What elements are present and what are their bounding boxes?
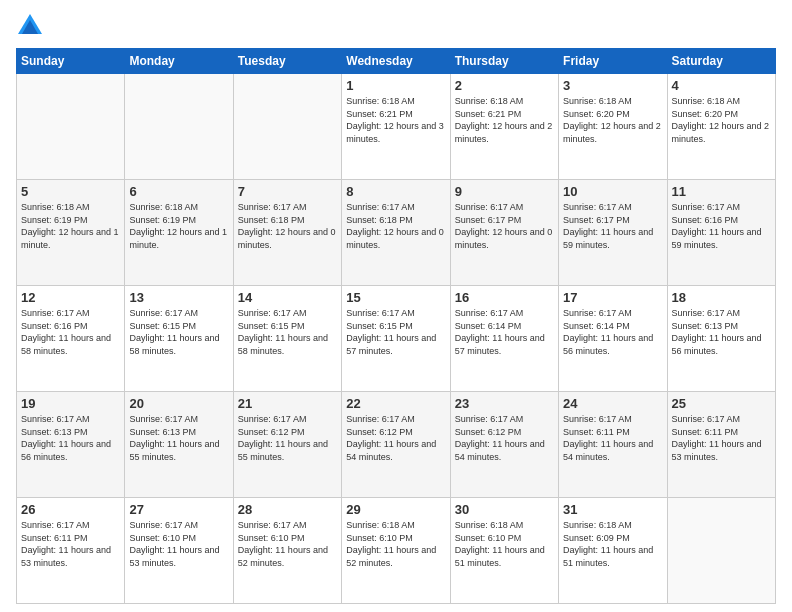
day-info: Sunrise: 6:17 AM Sunset: 6:14 PM Dayligh… <box>563 307 662 357</box>
col-header-tuesday: Tuesday <box>233 49 341 74</box>
day-number: 13 <box>129 290 228 305</box>
calendar-week-row: 26Sunrise: 6:17 AM Sunset: 6:11 PM Dayli… <box>17 498 776 604</box>
calendar-cell: 29Sunrise: 6:18 AM Sunset: 6:10 PM Dayli… <box>342 498 450 604</box>
day-number: 9 <box>455 184 554 199</box>
day-info: Sunrise: 6:18 AM Sunset: 6:10 PM Dayligh… <box>455 519 554 569</box>
day-info: Sunrise: 6:17 AM Sunset: 6:14 PM Dayligh… <box>455 307 554 357</box>
day-info: Sunrise: 6:17 AM Sunset: 6:13 PM Dayligh… <box>672 307 771 357</box>
calendar-cell: 30Sunrise: 6:18 AM Sunset: 6:10 PM Dayli… <box>450 498 558 604</box>
calendar-cell: 24Sunrise: 6:17 AM Sunset: 6:11 PM Dayli… <box>559 392 667 498</box>
col-header-thursday: Thursday <box>450 49 558 74</box>
calendar-cell: 7Sunrise: 6:17 AM Sunset: 6:18 PM Daylig… <box>233 180 341 286</box>
day-number: 27 <box>129 502 228 517</box>
calendar-cell: 6Sunrise: 6:18 AM Sunset: 6:19 PM Daylig… <box>125 180 233 286</box>
calendar-cell <box>17 74 125 180</box>
calendar-header-row: SundayMondayTuesdayWednesdayThursdayFrid… <box>17 49 776 74</box>
day-info: Sunrise: 6:17 AM Sunset: 6:11 PM Dayligh… <box>563 413 662 463</box>
day-info: Sunrise: 6:17 AM Sunset: 6:10 PM Dayligh… <box>129 519 228 569</box>
calendar-cell: 26Sunrise: 6:17 AM Sunset: 6:11 PM Dayli… <box>17 498 125 604</box>
calendar-cell: 5Sunrise: 6:18 AM Sunset: 6:19 PM Daylig… <box>17 180 125 286</box>
calendar-cell: 15Sunrise: 6:17 AM Sunset: 6:15 PM Dayli… <box>342 286 450 392</box>
day-number: 21 <box>238 396 337 411</box>
day-info: Sunrise: 6:17 AM Sunset: 6:10 PM Dayligh… <box>238 519 337 569</box>
day-info: Sunrise: 6:17 AM Sunset: 6:13 PM Dayligh… <box>21 413 120 463</box>
calendar-cell: 21Sunrise: 6:17 AM Sunset: 6:12 PM Dayli… <box>233 392 341 498</box>
calendar-cell: 31Sunrise: 6:18 AM Sunset: 6:09 PM Dayli… <box>559 498 667 604</box>
day-info: Sunrise: 6:18 AM Sunset: 6:19 PM Dayligh… <box>21 201 120 251</box>
day-info: Sunrise: 6:17 AM Sunset: 6:12 PM Dayligh… <box>346 413 445 463</box>
page: SundayMondayTuesdayWednesdayThursdayFrid… <box>0 0 792 612</box>
day-number: 3 <box>563 78 662 93</box>
day-info: Sunrise: 6:17 AM Sunset: 6:12 PM Dayligh… <box>455 413 554 463</box>
day-info: Sunrise: 6:18 AM Sunset: 6:21 PM Dayligh… <box>455 95 554 145</box>
day-info: Sunrise: 6:18 AM Sunset: 6:10 PM Dayligh… <box>346 519 445 569</box>
calendar-cell: 4Sunrise: 6:18 AM Sunset: 6:20 PM Daylig… <box>667 74 775 180</box>
calendar-cell: 8Sunrise: 6:17 AM Sunset: 6:18 PM Daylig… <box>342 180 450 286</box>
day-info: Sunrise: 6:18 AM Sunset: 6:20 PM Dayligh… <box>672 95 771 145</box>
day-number: 15 <box>346 290 445 305</box>
calendar-week-row: 19Sunrise: 6:17 AM Sunset: 6:13 PM Dayli… <box>17 392 776 498</box>
col-header-saturday: Saturday <box>667 49 775 74</box>
day-number: 25 <box>672 396 771 411</box>
day-number: 30 <box>455 502 554 517</box>
day-number: 7 <box>238 184 337 199</box>
day-number: 31 <box>563 502 662 517</box>
day-info: Sunrise: 6:18 AM Sunset: 6:19 PM Dayligh… <box>129 201 228 251</box>
calendar-cell: 1Sunrise: 6:18 AM Sunset: 6:21 PM Daylig… <box>342 74 450 180</box>
day-number: 19 <box>21 396 120 411</box>
day-info: Sunrise: 6:17 AM Sunset: 6:13 PM Dayligh… <box>129 413 228 463</box>
day-info: Sunrise: 6:17 AM Sunset: 6:16 PM Dayligh… <box>21 307 120 357</box>
calendar-cell <box>125 74 233 180</box>
day-number: 12 <box>21 290 120 305</box>
day-info: Sunrise: 6:17 AM Sunset: 6:15 PM Dayligh… <box>238 307 337 357</box>
calendar-week-row: 12Sunrise: 6:17 AM Sunset: 6:16 PM Dayli… <box>17 286 776 392</box>
calendar-cell: 22Sunrise: 6:17 AM Sunset: 6:12 PM Dayli… <box>342 392 450 498</box>
day-info: Sunrise: 6:17 AM Sunset: 6:18 PM Dayligh… <box>346 201 445 251</box>
calendar-cell <box>667 498 775 604</box>
day-info: Sunrise: 6:18 AM Sunset: 6:09 PM Dayligh… <box>563 519 662 569</box>
calendar-cell: 23Sunrise: 6:17 AM Sunset: 6:12 PM Dayli… <box>450 392 558 498</box>
calendar-cell: 12Sunrise: 6:17 AM Sunset: 6:16 PM Dayli… <box>17 286 125 392</box>
calendar-cell: 17Sunrise: 6:17 AM Sunset: 6:14 PM Dayli… <box>559 286 667 392</box>
calendar-week-row: 1Sunrise: 6:18 AM Sunset: 6:21 PM Daylig… <box>17 74 776 180</box>
day-number: 16 <box>455 290 554 305</box>
day-number: 11 <box>672 184 771 199</box>
day-info: Sunrise: 6:17 AM Sunset: 6:15 PM Dayligh… <box>346 307 445 357</box>
col-header-monday: Monday <box>125 49 233 74</box>
day-number: 29 <box>346 502 445 517</box>
day-number: 2 <box>455 78 554 93</box>
day-info: Sunrise: 6:17 AM Sunset: 6:12 PM Dayligh… <box>238 413 337 463</box>
calendar-cell: 27Sunrise: 6:17 AM Sunset: 6:10 PM Dayli… <box>125 498 233 604</box>
day-number: 24 <box>563 396 662 411</box>
logo <box>16 12 48 40</box>
day-number: 23 <box>455 396 554 411</box>
day-number: 10 <box>563 184 662 199</box>
calendar-cell: 16Sunrise: 6:17 AM Sunset: 6:14 PM Dayli… <box>450 286 558 392</box>
day-info: Sunrise: 6:17 AM Sunset: 6:16 PM Dayligh… <box>672 201 771 251</box>
day-info: Sunrise: 6:17 AM Sunset: 6:15 PM Dayligh… <box>129 307 228 357</box>
logo-icon <box>16 12 44 40</box>
calendar-cell: 25Sunrise: 6:17 AM Sunset: 6:11 PM Dayli… <box>667 392 775 498</box>
day-info: Sunrise: 6:18 AM Sunset: 6:20 PM Dayligh… <box>563 95 662 145</box>
col-header-wednesday: Wednesday <box>342 49 450 74</box>
day-info: Sunrise: 6:17 AM Sunset: 6:17 PM Dayligh… <box>455 201 554 251</box>
calendar-week-row: 5Sunrise: 6:18 AM Sunset: 6:19 PM Daylig… <box>17 180 776 286</box>
calendar-cell: 10Sunrise: 6:17 AM Sunset: 6:17 PM Dayli… <box>559 180 667 286</box>
day-info: Sunrise: 6:17 AM Sunset: 6:17 PM Dayligh… <box>563 201 662 251</box>
calendar-cell: 3Sunrise: 6:18 AM Sunset: 6:20 PM Daylig… <box>559 74 667 180</box>
day-info: Sunrise: 6:17 AM Sunset: 6:18 PM Dayligh… <box>238 201 337 251</box>
col-header-friday: Friday <box>559 49 667 74</box>
calendar-cell: 2Sunrise: 6:18 AM Sunset: 6:21 PM Daylig… <box>450 74 558 180</box>
day-info: Sunrise: 6:17 AM Sunset: 6:11 PM Dayligh… <box>672 413 771 463</box>
day-number: 5 <box>21 184 120 199</box>
day-number: 18 <box>672 290 771 305</box>
calendar-cell: 9Sunrise: 6:17 AM Sunset: 6:17 PM Daylig… <box>450 180 558 286</box>
calendar-cell: 11Sunrise: 6:17 AM Sunset: 6:16 PM Dayli… <box>667 180 775 286</box>
day-number: 14 <box>238 290 337 305</box>
calendar-cell: 14Sunrise: 6:17 AM Sunset: 6:15 PM Dayli… <box>233 286 341 392</box>
day-number: 20 <box>129 396 228 411</box>
calendar-cell: 28Sunrise: 6:17 AM Sunset: 6:10 PM Dayli… <box>233 498 341 604</box>
day-number: 26 <box>21 502 120 517</box>
calendar-table: SundayMondayTuesdayWednesdayThursdayFrid… <box>16 48 776 604</box>
day-number: 17 <box>563 290 662 305</box>
